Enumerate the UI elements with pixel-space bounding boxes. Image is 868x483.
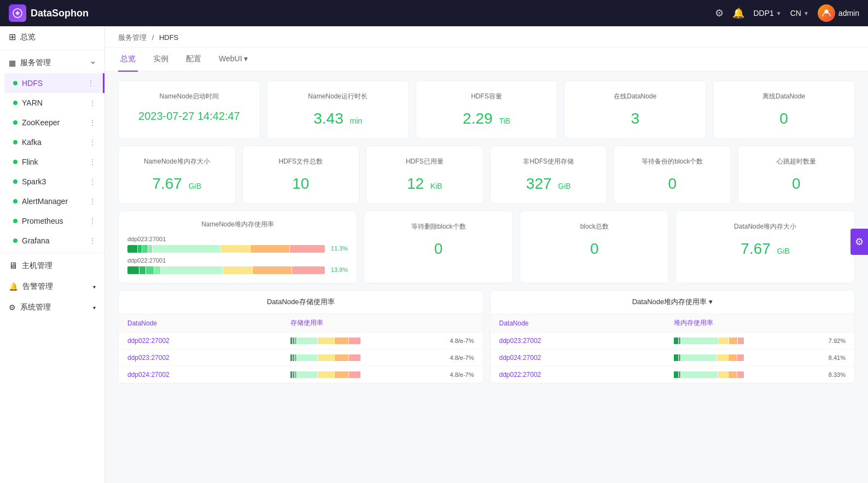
card-dn-heap-usage: DataNode堆内存使用率 ▾ DataNode 堆内存使用率 ddp023: [490,290,855,383]
card-value-offline-dn: 0 [779,110,788,127]
sidebar-item-zookeeper[interactable]: ZooKeeper ⋮ [4,113,104,132]
card-value-online-dn: 3 [631,110,640,127]
app-title: DataSophon [31,8,89,19]
dn-heap-bar3 [665,366,753,383]
card-label-dn-heap: DataNode堆内存大小 [734,222,796,231]
tab-overview[interactable]: 总览 [118,48,138,72]
card-value-non-hdfs: 327 GiB [526,175,571,193]
nn-node2-pct: 13.9% [328,266,348,273]
nn-heap-node-2: ddp022:27001 [127,257,348,274]
zk-label: ZooKeeper [22,118,60,127]
flink-more-icon[interactable]: ⋮ [89,158,96,166]
alert-icon: 🔔 [9,282,18,291]
card-label-uptime: NameNode运行时长 [308,92,368,101]
dn-heap-node3[interactable]: ddp022:27002 [491,366,666,383]
overview-label: 总览 [20,32,36,42]
tabs-bar: 总览 实例 配置 WebUI ▾ [105,48,868,72]
alertmanager-label: AlertManager [22,197,68,206]
card-label-heartbeat: 心跳超时数量 [777,157,816,166]
card-hdfs-used: HDFS已用量 12 KiB [366,146,483,204]
app-logo: DataSophon [9,4,715,22]
zk-status-dot [13,120,18,125]
card-namenode-start-time: NameNode启动时间 2023-07-27 14:42:47 [118,80,260,139]
card-pending-delete: 等待删除block个数 0 [364,211,513,283]
dn-heap-bar2 [665,350,753,366]
spark-more-icon[interactable]: ⋮ [89,178,96,185]
lang-arrow: ▼ [803,10,809,16]
table-row: ddp024:27002 [119,366,483,383]
bell-icon[interactable]: 🔔 [732,7,744,19]
settings-icon[interactable]: ⚙ [715,7,724,19]
dn-heap-pct1: 7.92% [753,333,854,350]
yarn-more-icon[interactable]: ⋮ [89,99,96,107]
sidebar-group-service[interactable]: ▦ 服务管理 [0,53,104,73]
sidebar-item-kafka[interactable]: Kafka ⋮ [4,132,104,152]
sidebar-item-hdfs[interactable]: HDFS ⋮ [4,73,104,93]
metrics-row-1: NameNode启动时间 2023-07-27 14:42:47 NameNod… [118,80,855,139]
logo-icon [9,4,26,22]
nn-node1-bar-row: 11.3% [127,244,348,253]
zk-more-icon[interactable]: ⋮ [89,119,96,126]
card-total-blocks: block总数 0 [520,211,669,283]
nn-node2-bar-row: 13.9% [127,265,348,274]
card-label-non-hdfs: 非HDFS使用存储 [523,157,574,166]
dn-storage-bar2 [282,350,369,366]
nn-node1-pct: 11.3% [328,245,348,252]
dn-heap-usage-title: DataNode堆内存使用率 ▾ [491,290,855,314]
prometheus-status-dot [13,219,18,223]
alertmanager-more-icon[interactable]: ⋮ [89,197,96,205]
spark-label: Spark3 [22,177,46,186]
card-hdfs-capacity: HDFS容量 2.29 TiB [416,80,558,139]
sidebar-item-spark3[interactable]: Spark3 ⋮ [4,172,104,191]
sidebar-item-flink[interactable]: Flink ⋮ [4,152,104,172]
grafana-status-dot [13,238,18,243]
card-dn-storage: DataNode存储使用率 DataNode 存储使用率 ddp022:2700 [118,290,483,383]
tab-webui[interactable]: WebUI ▾ [217,48,250,72]
dn-heap-node2[interactable]: ddp024:27002 [491,350,666,366]
yarn-status-dot [13,101,18,105]
services-list: HDFS ⋮ YARN ⋮ ZooKeeper ⋮ Kafka ⋮ Flink [0,73,104,251]
tab-config[interactable]: 配置 [184,48,203,72]
user-menu[interactable]: admin [818,4,859,22]
cluster-dropdown[interactable]: DDP1 ▼ [753,9,781,18]
card-label-nn-heap: NameNode堆内存大小 [144,157,210,166]
sidebar-item-alertmanager[interactable]: AlertManager ⋮ [4,191,104,211]
dn-storage-node2[interactable]: ddp023:27002 [119,350,282,366]
system-icon: ⚙ [9,303,16,312]
prometheus-more-icon[interactable]: ⋮ [89,217,96,225]
sidebar-group-system[interactable]: ⚙ 系统管理 ▾ [0,297,104,318]
sidebar-item-yarn[interactable]: YARN ⋮ [4,93,104,113]
dn-storage-pct1: 4.8/e-7% [369,333,483,350]
hdfs-more-icon[interactable]: ⋮ [88,79,94,87]
float-settings-button[interactable]: ⚙ [850,229,868,255]
sidebar-group-alert[interactable]: 🔔 告警管理 ▾ [0,276,104,297]
dn-storage-col2: 存储使用率 [282,314,369,333]
sidebar-item-grafana[interactable]: Grafana ⋮ [4,231,104,251]
lang-dropdown[interactable]: CN ▼ [790,9,809,18]
sidebar-item-host[interactable]: 🖥 主机管理 [0,255,104,276]
service-arrow [90,60,96,66]
username: admin [838,9,859,18]
dn-storage-pct2: 4.8/e-7% [369,350,483,366]
card-online-datanode: 在线DataNode 3 [564,80,706,139]
host-label: 主机管理 [22,261,53,271]
dn-storage-bar3 [282,366,369,383]
sidebar-item-prometheus[interactable]: Prometheus ⋮ [4,211,104,231]
table-row: ddp023:27002 [491,333,855,350]
system-label: 系统管理 [20,302,51,312]
card-label-file-count: HDFS文件总数 [278,157,323,166]
dn-storage-node3[interactable]: ddp024:27002 [119,366,282,383]
card-nn-heap-usage: NameNode堆内存使用率 ddp023:27001 [118,211,357,283]
sidebar-item-overview[interactable]: ⊞ 总览 [0,26,104,48]
kafka-label: Kafka [22,138,42,147]
service-label: 服务管理 [20,58,51,68]
host-icon: 🖥 [9,261,18,271]
kafka-more-icon[interactable]: ⋮ [89,138,96,146]
lang-label: CN [790,9,801,18]
dn-storage-node1[interactable]: ddp022:27002 [119,333,282,350]
dn-heap-node1[interactable]: ddp023:27002 [491,333,666,350]
app-body: ⊞ 总览 ▦ 服务管理 HDFS ⋮ YARN ⋮ [0,26,868,483]
grafana-more-icon[interactable]: ⋮ [89,237,96,245]
tab-instances[interactable]: 实例 [151,48,171,72]
breadcrumb-parent: 服务管理 [118,33,147,42]
